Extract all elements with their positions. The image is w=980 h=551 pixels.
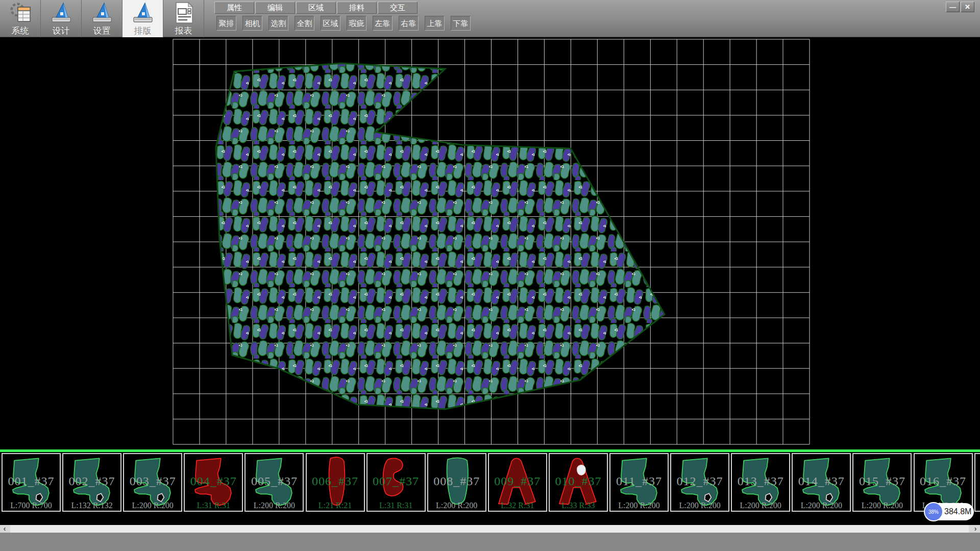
scrollbar-thumb[interactable] bbox=[10, 525, 969, 533]
status-bar bbox=[0, 533, 980, 551]
piece-id-label: 008_#37 bbox=[428, 474, 485, 488]
piece-id-label: 006_#37 bbox=[307, 474, 364, 488]
piece-thumbnail-5[interactable]: 005_#37L:200 R:200 bbox=[244, 453, 304, 512]
piece-thumbnail-12[interactable]: 012_#37L:200 R:200 bbox=[670, 453, 729, 512]
piece-thumbnail-4[interactable]: 004_#37L:31 R:31 bbox=[184, 453, 243, 512]
pieces-thumbnail-panel: 001_#37L:700 R:700002_#37L:132 R:132003_… bbox=[0, 452, 980, 525]
minimize-button[interactable]: — bbox=[946, 2, 960, 12]
piece-thumbnail-9[interactable]: 009_#37L:32 R:31 bbox=[488, 453, 547, 512]
tool-button-10[interactable]: 下靠 bbox=[451, 16, 471, 31]
progress-badge[interactable]: 38% 384.8M bbox=[925, 503, 974, 520]
top-toolbar: 系统 设计 设置 排版 报表 属性编辑区域排料交互 聚排相机选割全割区域瑕疵左靠… bbox=[0, 0, 980, 37]
piece-lr-count-label: L:31 R:31 bbox=[185, 501, 242, 510]
piece-thumbnail-17[interactable]: 017_#37L:200 R:200 bbox=[974, 453, 980, 512]
piece-id-label: 013_#37 bbox=[732, 474, 789, 488]
piece-lr-count-label: L:200 R:200 bbox=[610, 501, 668, 510]
nesting-app-window: { "window_controls": { "minimize_label":… bbox=[0, 0, 980, 551]
menu-tab-4[interactable]: 排料 bbox=[337, 2, 377, 14]
menu-tab-2[interactable]: 编辑 bbox=[255, 2, 295, 14]
piece-lr-count-label: L:200 R:200 bbox=[246, 501, 303, 510]
main-tab-4[interactable]: 排版 bbox=[122, 0, 163, 37]
piece-lr-count-label: L:33 R:33 bbox=[550, 501, 607, 510]
menu-tab-3[interactable]: 区域 bbox=[296, 2, 336, 14]
design-icon bbox=[50, 1, 73, 24]
progress-percent-badge: 38% bbox=[924, 502, 943, 521]
piece-thumbnail-13[interactable]: 013_#37L:200 R:200 bbox=[731, 453, 790, 512]
piece-id-label: 017_#37 bbox=[975, 474, 980, 488]
piece-lr-count-label: L:200 R:200 bbox=[671, 501, 728, 510]
piece-lr-count-label: L:200 R:200 bbox=[793, 501, 850, 510]
piece-thumbnail-8[interactable]: 008_#37L:200 R:200 bbox=[427, 453, 486, 512]
tool-button-6[interactable]: 瑕疵 bbox=[347, 16, 366, 31]
piece-id-label: 015_#37 bbox=[853, 474, 911, 488]
tool-button-8[interactable]: 右靠 bbox=[399, 16, 419, 31]
piece-id-label: 005_#37 bbox=[246, 474, 303, 488]
piece-id-label: 014_#37 bbox=[793, 474, 850, 488]
piece-lr-count-label: L:32 R:31 bbox=[489, 501, 546, 510]
report-icon bbox=[172, 1, 195, 24]
piece-thumbnail-1[interactable]: 001_#37L:700 R:700 bbox=[2, 453, 61, 512]
piece-id-label: 004_#37 bbox=[185, 474, 242, 488]
piece-id-label: 001_#37 bbox=[3, 474, 60, 488]
main-tab-2[interactable]: 设计 bbox=[41, 0, 82, 37]
piece-id-label: 016_#37 bbox=[915, 474, 972, 488]
nesting-drawing bbox=[0, 37, 980, 450]
main-tab-label: 排版 bbox=[134, 25, 152, 37]
main-tab-5[interactable]: 报表 bbox=[163, 0, 204, 37]
main-tab-label: 报表 bbox=[175, 25, 192, 37]
piece-lr-count-label: L:200 R:200 bbox=[124, 501, 181, 510]
main-tab-label: 设置 bbox=[93, 25, 111, 37]
piece-thumbnail-7[interactable]: 007_#37L:31 R:31 bbox=[366, 453, 426, 512]
piece-lr-count-label: L:200 R:200 bbox=[975, 501, 980, 510]
tool-button-9[interactable]: 上靠 bbox=[425, 16, 445, 31]
tool-button-4[interactable]: 全割 bbox=[295, 16, 314, 31]
main-tab-label: 设计 bbox=[53, 25, 70, 37]
scroll-left-arrow-icon[interactable]: ‹ bbox=[0, 525, 9, 533]
tool-button-2[interactable]: 相机 bbox=[242, 16, 262, 31]
layout-icon bbox=[131, 1, 155, 24]
piece-id-label: 012_#37 bbox=[671, 474, 728, 488]
system-icon bbox=[9, 1, 32, 24]
main-tab-3[interactable]: 设置 bbox=[82, 0, 122, 37]
close-button[interactable]: ✕ bbox=[961, 2, 974, 12]
tool-button-5[interactable]: 区域 bbox=[321, 16, 340, 31]
horizontal-scrollbar[interactable]: ‹ › bbox=[0, 525, 980, 533]
piece-id-label: 011_#37 bbox=[610, 474, 668, 488]
piece-thumbnail-11[interactable]: 011_#37L:200 R:200 bbox=[609, 453, 669, 512]
tool-button-7[interactable]: 左靠 bbox=[373, 16, 393, 31]
piece-id-label: 002_#37 bbox=[63, 474, 120, 488]
tool-button-3[interactable]: 选割 bbox=[268, 16, 288, 31]
piece-thumbnail-10[interactable]: 010_#37L:33 R:33 bbox=[549, 453, 608, 512]
piece-thumbnail-15[interactable]: 015_#37L:200 R:200 bbox=[852, 453, 912, 512]
settings-icon bbox=[90, 1, 114, 24]
piece-lr-count-label: L:700 R:700 bbox=[3, 501, 60, 510]
main-tab-1[interactable]: 系统 bbox=[0, 0, 41, 37]
piece-id-label: 003_#37 bbox=[124, 474, 181, 488]
piece-id-label: 009_#37 bbox=[489, 474, 546, 488]
piece-thumbnail-3[interactable]: 003_#37L:200 R:200 bbox=[123, 453, 182, 512]
piece-lr-count-label: L:200 R:200 bbox=[732, 501, 789, 510]
piece-lr-count-label: L:132 R:132 bbox=[63, 501, 120, 510]
piece-lr-count-label: L:200 R:200 bbox=[428, 501, 485, 510]
tool-button-1[interactable]: 聚排 bbox=[216, 16, 236, 31]
piece-lr-count-label: L:200 R:200 bbox=[853, 501, 911, 510]
piece-lr-count-label: L:31 R:31 bbox=[368, 501, 425, 510]
progress-size-label: 384.8M bbox=[944, 503, 971, 520]
scroll-right-arrow-icon[interactable]: › bbox=[971, 525, 980, 533]
menu-tab-1[interactable]: 属性 bbox=[214, 2, 254, 14]
menu-tab-5[interactable]: 交互 bbox=[378, 2, 418, 14]
piece-id-label: 007_#37 bbox=[368, 474, 425, 488]
piece-thumbnail-6[interactable]: 006_#37L:21 R:21 bbox=[306, 453, 365, 512]
piece-thumbnail-2[interactable]: 002_#37L:132 R:132 bbox=[62, 453, 121, 512]
piece-lr-count-label: L:21 R:21 bbox=[307, 501, 364, 510]
nesting-canvas[interactable] bbox=[0, 37, 980, 450]
main-tab-label: 系统 bbox=[12, 25, 29, 37]
piece-thumbnail-14[interactable]: 014_#37L:200 R:200 bbox=[792, 453, 851, 512]
piece-id-label: 010_#37 bbox=[550, 474, 607, 488]
